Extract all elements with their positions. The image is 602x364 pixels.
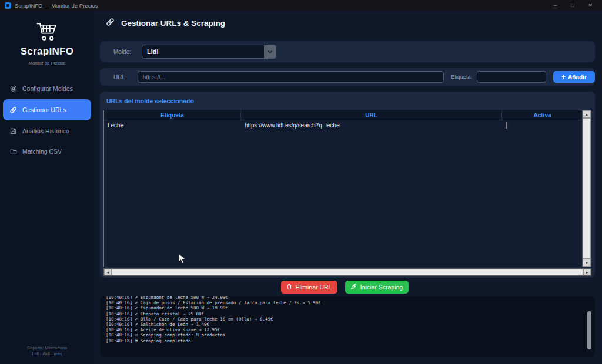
delete-url-button[interactable]: Eliminar URL (281, 281, 337, 294)
column-header-activa[interactable]: Activa (502, 110, 583, 120)
cell-activa (502, 122, 583, 129)
urls-table: Etiqueta URL Activa Leche https://www.li… (103, 110, 591, 267)
etiqueta-label: Etiqueta: (451, 74, 472, 80)
log-line: [10:40:16] ☑ Scraping completado: 8 prod… (106, 332, 595, 338)
log-line: [10:40:16] ✔ Caja de posos / Estación de… (106, 300, 595, 305)
cell-url: https://www.lidl.es/q/search?q=leche (241, 122, 502, 129)
cell-etiqueta: Leche (104, 122, 241, 129)
sidebar-item-label: Matching CSV (22, 148, 62, 155)
start-button-label: Iniciar Scraping (360, 284, 403, 291)
etiqueta-input[interactable] (477, 71, 546, 83)
log-line: [10:40:16] ✔ Salchichón de León → 1.49€ (106, 322, 595, 327)
scroll-left-arrow-icon[interactable]: ◄ (104, 269, 112, 275)
action-buttons: Eliminar URL Iniciar Scraping (94, 281, 595, 294)
maximize-button[interactable]: □ (571, 2, 574, 8)
minimize-button[interactable]: – (554, 2, 557, 8)
scroll-up-arrow-icon[interactable]: ▲ (583, 110, 591, 118)
app-subtitle: Monitor de Precios (0, 60, 94, 66)
table-row[interactable]: Leche https://www.lidl.es/q/search?q=lec… (104, 120, 583, 130)
save-icon (9, 127, 17, 135)
cart-logo-icon (0, 11, 94, 45)
titlebar: ScrapINFO — Monitor de Precios – □ ✕ (0, 0, 602, 11)
window-title: ScrapINFO — Monitor de Precios (15, 2, 98, 9)
molde-label: Molde: (113, 49, 131, 55)
log-output[interactable]: [10:40:16] ✔ Espumador de leche 500 W → … (100, 296, 595, 357)
log-line: [10:40:18] ⚑ Scraping completado. (106, 338, 595, 343)
link-icon (9, 106, 17, 114)
app-logo-icon (5, 2, 11, 9)
molde-select[interactable]: Lidl (142, 45, 276, 59)
folder-icon (9, 148, 17, 156)
molde-panel: Molde: Lidl (100, 41, 595, 62)
add-button-label: Añadir (568, 74, 587, 80)
gear-icon (9, 85, 17, 93)
url-input[interactable] (138, 71, 444, 83)
trash-icon (286, 284, 292, 291)
log-scrollbar-thumb[interactable] (587, 311, 591, 349)
log-line: [10:40:16] ✔ Aceite de oliva suave → 12.… (106, 327, 595, 332)
url-label: URL: (113, 74, 127, 80)
footer-line: Soporta: Mercadona (0, 345, 94, 351)
close-button[interactable]: ✕ (588, 2, 593, 8)
log-line: [10:40:16] ✔ Espumador de leche 500 W → … (106, 305, 595, 311)
chevron-down-icon[interactable] (264, 45, 276, 58)
sidebar-item-label: Gestionar URLs (22, 106, 66, 113)
footer-line: Lidl - Aldi - más (0, 351, 94, 357)
page-title: Gestionar URLs & Scraping (121, 19, 225, 28)
sidebar-item-matching-csv[interactable]: Matching CSV (3, 141, 91, 161)
molde-selected-value: Lidl (142, 45, 264, 58)
sidebar-item-configurar-moldes[interactable]: Configurar Moldes (3, 79, 91, 99)
horizontal-scroll-thumb[interactable] (112, 269, 583, 275)
table-vertical-scrollbar[interactable]: ▲ ▼ (582, 110, 591, 267)
page-header: Gestionar URLs & Scraping (106, 18, 225, 29)
column-header-etiqueta[interactable]: Etiqueta (104, 110, 241, 120)
column-header-url[interactable]: URL (241, 110, 502, 120)
sidebar-nav: Configurar Moldes Gestionar URLs Análisi… (0, 79, 94, 161)
sidebar-item-analisis-historico[interactable]: Análisis Histórico (3, 121, 91, 141)
table-title: URLs del molde seleccionado (100, 92, 595, 105)
sidebar-item-label: Configurar Moldes (22, 85, 73, 92)
app-window: ScrapINFO — Monitor de Precios – □ ✕ Scr… (0, 0, 602, 364)
start-scraping-button[interactable]: Iniciar Scraping (345, 281, 409, 294)
app-name: ScrapINFO (0, 46, 94, 58)
plus-icon: + (561, 74, 566, 80)
log-line: [10:40:16] ✔ Chapata cristal → 25.00€ (106, 311, 595, 316)
window-controls: – □ ✕ (554, 2, 597, 8)
sidebar: ScrapINFO Monitor de Precios Configurar … (0, 11, 94, 364)
sidebar-footer: Soporta: Mercadona Lidl - Aldi - más (0, 345, 94, 357)
table-header-row: Etiqueta URL Activa (104, 110, 583, 120)
activa-checkbox[interactable] (506, 122, 507, 129)
sidebar-item-gestionar-urls[interactable]: Gestionar URLs (3, 99, 91, 120)
sidebar-item-label: Análisis Histórico (22, 127, 69, 134)
urls-table-panel: URLs del molde seleccionado Etiqueta URL… (100, 92, 595, 278)
scroll-right-arrow-icon[interactable]: ► (583, 269, 591, 275)
log-line: [10:40:16] ✔ Olla / Cazo / Cazo para lec… (106, 316, 595, 322)
rocket-icon (350, 284, 357, 291)
url-form-panel: URL: Etiqueta: + Añadir (100, 68, 595, 86)
table-horizontal-scrollbar[interactable]: ◄ ► (103, 268, 591, 276)
add-url-button[interactable]: + Añadir (553, 71, 595, 83)
scroll-down-arrow-icon[interactable]: ▼ (583, 259, 591, 267)
link-icon (106, 18, 115, 29)
delete-button-label: Eliminar URL (296, 284, 332, 291)
vertical-scroll-thumb[interactable] (583, 118, 591, 259)
